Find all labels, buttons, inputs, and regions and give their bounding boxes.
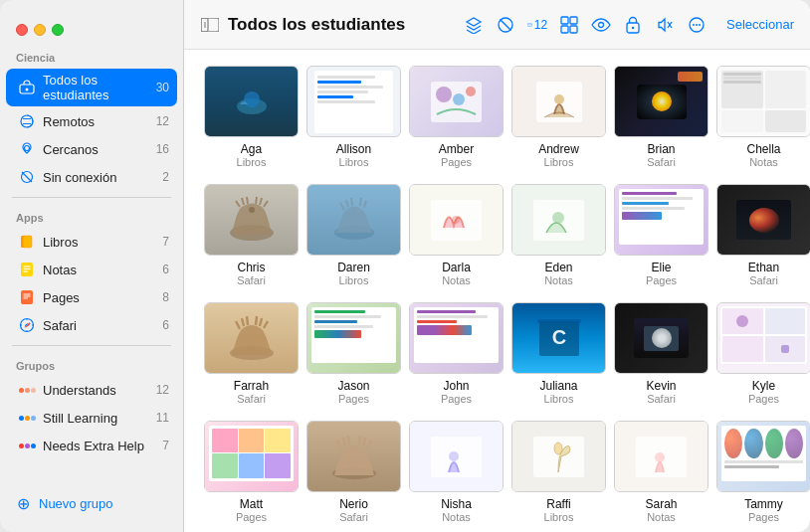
student-app-juliana: Libros (544, 393, 574, 405)
student-card-daren[interactable]: Daren Libros (306, 184, 401, 286)
sidebar-section-grupos: Grupos (0, 352, 183, 376)
student-thumbnail-nerio (306, 421, 401, 492)
close-button[interactable] (16, 24, 28, 36)
student-app-nerio: Safari (339, 511, 368, 523)
layers-icon[interactable] (464, 15, 484, 35)
svg-point-43 (436, 87, 452, 102)
student-card-raffi[interactable]: Raffi Libros (511, 421, 606, 523)
svg-point-61 (449, 451, 459, 461)
mute-icon[interactable] (655, 15, 675, 35)
student-thumbnail-matt (204, 421, 299, 492)
student-card-andrew[interactable]: Andrew Libros (511, 66, 606, 168)
student-card-jason[interactable]: Jason Pages (306, 302, 401, 405)
student-app-farrah: Safari (237, 393, 266, 405)
student-card-juliana[interactable]: C Juliana Libros (511, 302, 606, 405)
block-icon[interactable] (496, 15, 515, 35)
student-thumbnail-darla (409, 184, 504, 256)
minimize-button[interactable] (34, 24, 46, 36)
student-app-kyle: Pages (748, 393, 779, 405)
sidebar-item-remotos[interactable]: Remotos 12 (6, 108, 177, 134)
student-card-kyle[interactable]: Kyle Pages (716, 302, 810, 405)
mail-icon[interactable]: 12 (527, 15, 547, 35)
sidebar-item-notas[interactable]: Notas 6 (6, 257, 177, 282)
student-card-allison[interactable]: Allison Libros (306, 66, 401, 168)
student-thumbnail-amber (409, 66, 504, 137)
svg-point-45 (466, 87, 476, 96)
select-button[interactable]: Seleccionar (726, 17, 794, 32)
student-name-chris: Chris (237, 261, 265, 274)
student-app-jason: Pages (338, 393, 369, 405)
svg-rect-58 (537, 319, 581, 323)
svg-line-25 (501, 19, 511, 30)
student-card-sarah[interactable]: Sarah Notas (614, 421, 709, 523)
sidebar-toggle-icon[interactable] (200, 15, 220, 35)
student-card-darla[interactable]: Darla Notas (409, 184, 504, 286)
student-card-john[interactable]: John Pages (409, 302, 504, 405)
sidebar-item-libros[interactable]: Libros 7 (6, 229, 177, 255)
notes-icon (18, 261, 36, 278)
student-card-farrah[interactable]: Farrah Safari (204, 302, 299, 405)
student-card-eden[interactable]: Eden Notas (511, 184, 606, 286)
sidebar-item-sin-conexion-count: 2 (162, 170, 169, 184)
student-name-amber: Amber (439, 142, 474, 156)
student-card-nisha[interactable]: Nisha Notas (409, 421, 504, 523)
student-card-chella[interactable]: Chella Notas (716, 66, 810, 168)
eye-icon[interactable] (591, 15, 611, 35)
student-thumbnail-nisha (409, 421, 504, 492)
svg-rect-30 (570, 26, 577, 33)
student-card-brian[interactable]: Brian Safari (614, 66, 709, 168)
student-card-tammy[interactable]: Tammy Pages (716, 421, 810, 523)
student-name-darla: Darla (442, 261, 471, 274)
new-group-label: Nuevo grupo (39, 496, 112, 511)
more-icon[interactable] (687, 15, 707, 35)
sidebar-item-sin-conexion[interactable]: Sin conexión 2 (6, 164, 177, 190)
svg-rect-26 (527, 23, 531, 26)
svg-point-47 (554, 94, 564, 104)
sidebar-item-understands[interactable]: Understands 12 (6, 377, 177, 403)
student-card-kevin[interactable]: Kevin Safari (614, 302, 709, 405)
maximize-button[interactable] (52, 24, 64, 36)
student-card-matt[interactable]: Matt Pages (204, 421, 299, 523)
student-thumbnail-sarah (614, 421, 709, 492)
student-card-aga[interactable]: Aga Libros (204, 66, 299, 168)
sidebar-item-understands-count: 12 (156, 383, 169, 397)
nearby-icon (18, 140, 36, 158)
svg-text:C: C (551, 326, 565, 348)
still-learning-group-icon (18, 409, 36, 427)
sidebar-item-cercanos[interactable]: Cercanos 16 (6, 136, 177, 162)
sidebar-item-safari[interactable]: Safari 6 (6, 312, 177, 338)
student-card-nerio[interactable]: Nerio Safari (306, 421, 401, 523)
safari-icon (18, 316, 36, 334)
sidebar-item-todos-count: 30 (156, 81, 169, 94)
student-app-amber: Pages (441, 156, 472, 168)
grid-icon[interactable] (559, 15, 579, 35)
student-card-elie[interactable]: Elie Pages (614, 184, 709, 286)
toolbar-left: Todos los estudiantes (200, 15, 405, 35)
student-name-tammy: Tammy (744, 497, 783, 511)
student-name-eden: Eden (544, 261, 572, 274)
sidebar: Ciencia Todos los estudiantes 30 Remotos… (0, 0, 184, 532)
sidebar-item-pages-label: Pages (43, 290, 158, 305)
new-group-button[interactable]: ⊕ Nuevo grupo (6, 490, 177, 516)
student-name-nisha: Nisha (441, 497, 472, 511)
sidebar-item-pages-count: 8 (162, 290, 169, 304)
student-card-ethan[interactable]: Ethan Safari (716, 184, 810, 286)
lock-icon[interactable] (623, 15, 643, 35)
student-card-chris[interactable]: Chris Safari (204, 184, 299, 286)
sidebar-item-pages[interactable]: Pages 8 (6, 284, 177, 310)
sidebar-item-needs-extra-label: Needs Extra Help (43, 439, 158, 453)
svg-point-63 (554, 443, 562, 454)
student-name-nerio: Nerio (339, 497, 368, 511)
sidebar-item-todos[interactable]: Todos los estudiantes 30 (6, 69, 177, 106)
sidebar-item-still-learning[interactable]: Still Learning 11 (6, 405, 177, 431)
svg-point-33 (632, 26, 634, 28)
sidebar-item-todos-label: Todos los estudiantes (43, 73, 152, 102)
student-app-sarah: Notas (647, 511, 676, 523)
student-name-raffi: Raffi (546, 497, 570, 511)
student-thumbnail-jason (306, 302, 401, 374)
sidebar-item-needs-extra[interactable]: Needs Extra Help 7 (6, 433, 177, 458)
student-app-raffi: Libros (544, 511, 574, 523)
student-card-amber[interactable]: Amber Pages (409, 66, 504, 168)
sidebar-section-ciencia: Ciencia (0, 44, 183, 68)
sidebar-item-sin-conexion-label: Sin conexión (43, 170, 158, 185)
